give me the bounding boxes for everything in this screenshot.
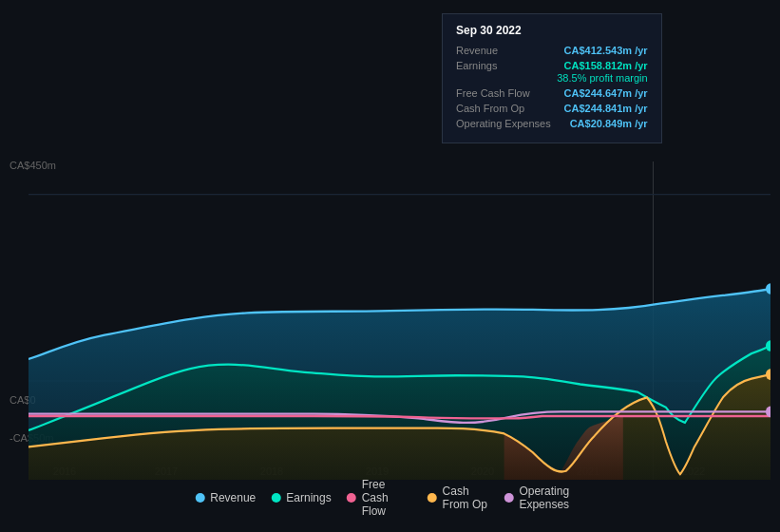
legend-opex[interactable]: Operating Expenses xyxy=(504,484,584,511)
legend: Revenue Earnings Free Cash Flow Cash Fro… xyxy=(195,478,585,518)
opex-legend-dot xyxy=(504,493,513,503)
tooltip-row-earnings: Earnings CA$158.812m /yr xyxy=(456,60,648,71)
opex-label: Operating Expenses xyxy=(456,118,551,129)
earnings-value: CA$158.812m /yr xyxy=(564,60,648,71)
legend-fcf[interactable]: Free Cash Flow xyxy=(347,478,412,518)
tooltip-row-cashfromop: Cash From Op CA$244.841m /yr xyxy=(456,103,648,114)
tooltip-row-fcf: Free Cash Flow CA$244.647m /yr xyxy=(456,87,648,99)
revenue-label: Revenue xyxy=(456,45,498,56)
legend-revenue[interactable]: Revenue xyxy=(195,491,256,504)
opex-value: CA$20.849m /yr xyxy=(570,118,648,129)
fcf-legend-label: Free Cash Flow xyxy=(362,478,412,518)
opex-legend-label: Operating Expenses xyxy=(519,484,584,511)
chart-svg-area xyxy=(29,162,770,480)
revenue-legend-label: Revenue xyxy=(210,491,256,504)
legend-cash-from-op[interactable]: Cash From Op xyxy=(428,484,489,511)
tooltip-box: Sep 30 2022 Revenue CA$412.543m /yr Earn… xyxy=(442,13,662,143)
chart-container: Sep 30 2022 Revenue CA$412.543m /yr Earn… xyxy=(0,0,780,532)
earnings-legend-label: Earnings xyxy=(286,491,331,504)
cashfromop-label: Cash From Op xyxy=(456,103,524,114)
tooltip-row-opex: Operating Expenses CA$20.849m /yr xyxy=(456,118,648,129)
tooltip-date: Sep 30 2022 xyxy=(456,24,648,37)
fcf-label: Free Cash Flow xyxy=(456,87,530,99)
cashfromop-value: CA$244.841m /yr xyxy=(564,103,648,114)
revenue-value: CA$412.543m /yr xyxy=(564,45,648,56)
cash-from-op-legend-label: Cash From Op xyxy=(443,484,489,511)
tooltip-row-revenue: Revenue CA$412.543m /yr xyxy=(456,45,648,56)
fcf-legend-dot xyxy=(347,493,356,503)
profit-margin: 38.5% profit margin xyxy=(456,72,648,84)
revenue-legend-dot xyxy=(195,493,204,503)
legend-earnings[interactable]: Earnings xyxy=(271,491,331,504)
earnings-label: Earnings xyxy=(456,60,497,71)
fcf-value: CA$244.647m /yr xyxy=(564,87,648,99)
cash-from-op-legend-dot xyxy=(428,493,437,503)
chart-svg xyxy=(29,162,770,480)
earnings-legend-dot xyxy=(271,493,280,503)
